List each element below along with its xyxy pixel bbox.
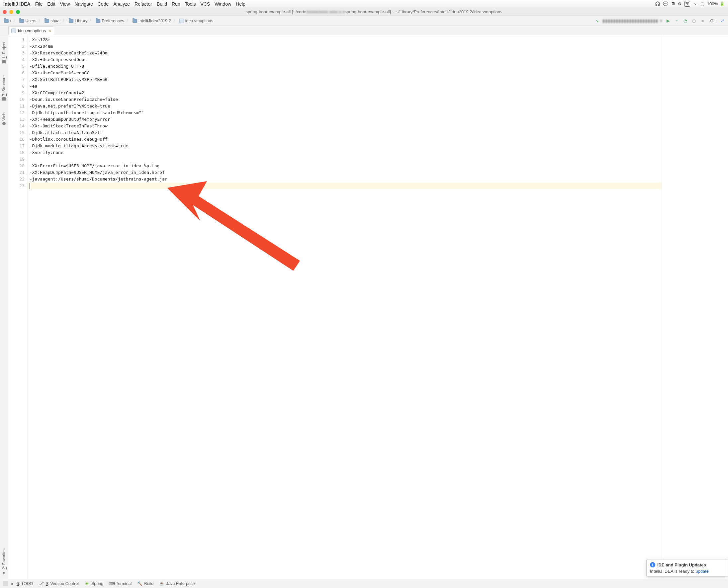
tool-todo[interactable]: ≡6: TODO [10,581,33,586]
code-line[interactable]: -XX:+HeapDumpOnOutOfMemoryError [29,116,662,123]
close-tab-icon[interactable]: × [48,28,51,33]
code-line[interactable]: -XX:SoftRefLRUPolicyMSPerMB=50 [29,76,662,83]
menu-file[interactable]: File [35,1,43,7]
annotation-arrow-icon [167,181,306,277]
battery-icon[interactable]: 🔋 [720,1,725,6]
toolwindow-web[interactable]: Web [2,112,6,125]
breadcrumb-ideafolder[interactable]: IntelliJIdea2019.2 [131,19,173,23]
code-line[interactable]: -XX:ErrorFile=$USER_HOME/java_error_in_i… [29,163,662,169]
app-name[interactable]: IntelliJ IDEA [3,1,31,7]
file-icon [11,28,16,33]
folder-icon [19,19,24,23]
breadcrumb-root[interactable]: / [3,19,12,23]
web-icon [2,122,6,125]
breadcrumb-shuai[interactable]: shuai [43,19,62,23]
tool-java-enterprise[interactable]: ☕Java Enterprise [159,581,195,586]
code-line[interactable]: -Xms128m [29,37,662,43]
line-number-gutter[interactable]: 1234567891011121314151617181920212223 [8,35,27,579]
code-line[interactable]: -Dsun.io.useCanonPrefixCache=false [29,96,662,103]
bluetooth-icon[interactable]: ⌥ [693,1,698,6]
code-line[interactable]: -Xverify:none [29,149,662,156]
tool-spring[interactable]: ❀Spring [85,581,103,586]
menu-window[interactable]: Window [215,1,231,7]
tool-version-control[interactable]: ⎇9: Version Control [39,581,79,586]
breadcrumb-library[interactable]: Library [67,19,89,23]
menu-edit[interactable]: Edit [47,1,55,7]
traffic-minimize-icon[interactable] [9,10,13,14]
tab-idea-vmoptions[interactable]: idea.vmoptions × [8,26,54,35]
code-line[interactable]: -Dfile.encoding=UTF-8 [29,63,662,70]
menu-view[interactable]: View [60,1,70,7]
breadcrumb-preferences[interactable]: Preferences [94,19,125,23]
code-line[interactable]: -Djdk.attach.allowAttachSelf [29,129,662,136]
toolwindow-structure[interactable]: 7: Structure [2,75,6,101]
breadcrumb-file[interactable]: idea.vmoptions [178,19,215,23]
run-config-selector[interactable]: ▮▮▮▮▮▮▮▮▮▮▮▮▮▮▮▮▮▮▮▮▮ ▾ [603,18,662,23]
headset-icon[interactable]: 🎧 [655,1,660,6]
info-icon: i [650,562,655,567]
build-icon: 🔨 [138,581,142,586]
toolwindow-favorites[interactable]: ★2: Favorites [2,548,6,575]
folder-icon [96,19,100,23]
editor-tabs: idea.vmoptions × [0,26,728,35]
menu-code[interactable]: Code [98,1,108,7]
ime-icon[interactable]: 英 [685,1,690,7]
code-line[interactable]: -Djdk.module.illegalAccess.silent=true [29,143,662,149]
menu-analyze[interactable]: Analyze [113,1,130,7]
git-label: Git: [710,19,717,23]
left-toolstrip: 11: Project: Project 7: Structure Web ★2… [0,35,8,579]
spring-icon: ❀ [85,581,89,586]
code-line[interactable]: -XX:HeapDumpPath=$USER_HOME/java_error_i… [29,169,662,176]
window-titlebar: spring-boot-example-all [~/code/xxxxx/xx… [0,8,728,16]
breadcrumb-users[interactable]: Users [18,19,38,23]
coverage-icon[interactable]: ◔ [683,18,688,24]
menu-vcs[interactable]: VCS [200,1,210,7]
ide-update-popup[interactable]: iIDE and Plugin Updates IntelliJ IDEA is… [646,559,728,577]
toolwindow-quickaccess-icon[interactable] [3,581,8,586]
folder-icon [69,19,74,23]
tab-label: idea.vmoptions [18,28,46,33]
display-icon[interactable]: 🖥 [671,1,675,6]
code-line[interactable]: -XX:-OmitStackTraceInFastThrow [29,123,662,129]
code-line[interactable]: -Dkotlinx.coroutines.debug=off [29,136,662,143]
code-line[interactable]: -XX:ReservedCodeCacheSize=240m [29,50,662,57]
profiler-icon[interactable]: ◷ [691,18,697,24]
code-line[interactable]: -XX:CICompilerCount=2 [29,90,662,96]
settings-icon[interactable]: ⚙ [678,1,682,6]
run-button-icon[interactable]: ▶ [665,18,671,24]
menu-navigate[interactable]: Navigate [75,1,93,7]
code-line[interactable]: -XX:+UseCompressedOops [29,57,662,63]
folder-icon [44,19,49,23]
stop-icon[interactable]: ■ [700,18,706,24]
menu-run[interactable]: Run [172,1,180,7]
menu-refactor[interactable]: Refactor [135,1,152,7]
code-line[interactable]: -ea [29,83,662,90]
terminal-icon: ⌨ [109,581,114,586]
code-line[interactable]: -Xmx2048m [29,43,662,50]
navigation-bar: /〉 Users〉 shuai〉 Library〉 Preferences〉 I… [0,16,728,26]
update-link[interactable]: update [695,569,709,574]
file-icon [179,19,184,23]
code-editor[interactable]: -Xms128m-Xmx2048m-XX:ReservedCodeCacheSi… [27,35,662,579]
battery-percent: 100% [707,1,718,6]
menu-build[interactable]: Build [157,1,167,7]
tool-terminal[interactable]: ⌨Terminal [109,581,132,586]
structure-icon [2,97,6,101]
code-line[interactable]: -XX:+UseConcMarkSweepGC [29,70,662,76]
code-line[interactable]: -javaagent:/Users/shuai/Documents/jetbra… [29,176,662,183]
tool-build[interactable]: 🔨Build [138,581,154,586]
toolwindow-project[interactable]: 11: Project: Project [2,42,6,63]
menu-tools[interactable]: Tools [185,1,196,7]
airplay-icon[interactable]: ▢ [701,1,704,6]
menu-help[interactable]: Help [236,1,245,7]
wechat-icon[interactable]: 💬 [663,1,668,6]
code-line[interactable]: -Djdk.http.auth.tunneling.disabledScheme… [29,109,662,116]
folder-icon [4,19,8,23]
git-update-icon[interactable]: ⤢ [720,18,725,24]
traffic-zoom-icon[interactable] [16,10,20,14]
traffic-close-icon[interactable] [3,10,7,14]
debug-button-icon[interactable]: ⌁ [674,18,680,24]
build-hammer-icon[interactable]: ↘ [594,18,600,24]
code-line[interactable] [29,156,662,163]
code-line[interactable]: -Djava.net.preferIPv4Stack=true [29,103,662,109]
